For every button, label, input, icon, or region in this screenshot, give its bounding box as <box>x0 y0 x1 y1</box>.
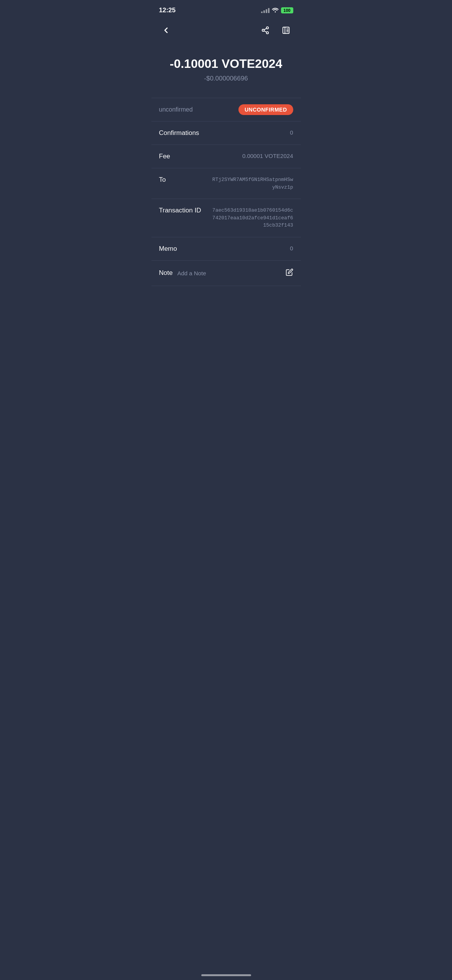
wifi-icon <box>272 7 279 14</box>
note-row: Note Add a Note <box>151 261 301 286</box>
status-badge: UNCONFIRMED <box>238 104 293 115</box>
amount-section: -0.10001 VOTE2024 -$0.000006696 <box>151 45 301 98</box>
note-left: Note Add a Note <box>159 269 206 277</box>
fiat-amount: -$0.000006696 <box>159 75 293 82</box>
fee-label: Fee <box>159 153 205 160</box>
edit-note-button[interactable] <box>286 268 293 278</box>
open-browser-button[interactable] <box>279 23 293 38</box>
to-label: To <box>159 176 205 184</box>
transaction-id-label: Transaction ID <box>159 207 205 214</box>
svg-point-1 <box>262 29 264 31</box>
nav-right-buttons <box>258 23 293 38</box>
transaction-id-value: 7aec563d19318ae1b0760154d6c742017eaa10d2… <box>210 207 293 229</box>
note-label: Note <box>159 269 173 277</box>
to-row: To RTj2SYWR7AM5fGN1RHSatpnmHSwyNsvz1p <box>151 168 301 199</box>
svg-point-0 <box>266 27 268 29</box>
fee-value: 0.00001 VOTE2024 <box>210 153 293 159</box>
fee-row: Fee 0.00001 VOTE2024 <box>151 145 301 168</box>
memo-label: Memo <box>159 245 205 253</box>
confirmations-label: Confirmations <box>159 129 205 137</box>
status-bar: 12:25 100 <box>151 0 301 19</box>
status-label: unconfirmed <box>159 106 193 113</box>
svg-point-2 <box>266 32 268 34</box>
nav-header <box>151 19 301 41</box>
memo-value: 0 <box>210 245 293 252</box>
main-amount: -0.10001 VOTE2024 <box>159 57 293 71</box>
svg-line-4 <box>264 28 266 30</box>
status-row: unconfirmed UNCONFIRMED <box>151 98 301 122</box>
battery-indicator: 100 <box>281 7 293 13</box>
share-button[interactable] <box>258 23 273 38</box>
svg-line-3 <box>264 31 266 32</box>
memo-row: Memo 0 <box>151 237 301 261</box>
transaction-id-row: Transaction ID 7aec563d19318ae1b0760154d… <box>151 199 301 237</box>
to-address: RTj2SYWR7AM5fGN1RHSatpnmHSwyNsvz1p <box>210 176 293 191</box>
back-button[interactable] <box>159 23 173 37</box>
signal-icon <box>261 8 270 13</box>
confirmations-value: 0 <box>210 129 293 136</box>
status-icons: 100 <box>261 7 293 14</box>
status-time: 12:25 <box>159 7 176 14</box>
note-placeholder: Add a Note <box>177 270 206 276</box>
confirmations-row: Confirmations 0 <box>151 122 301 145</box>
